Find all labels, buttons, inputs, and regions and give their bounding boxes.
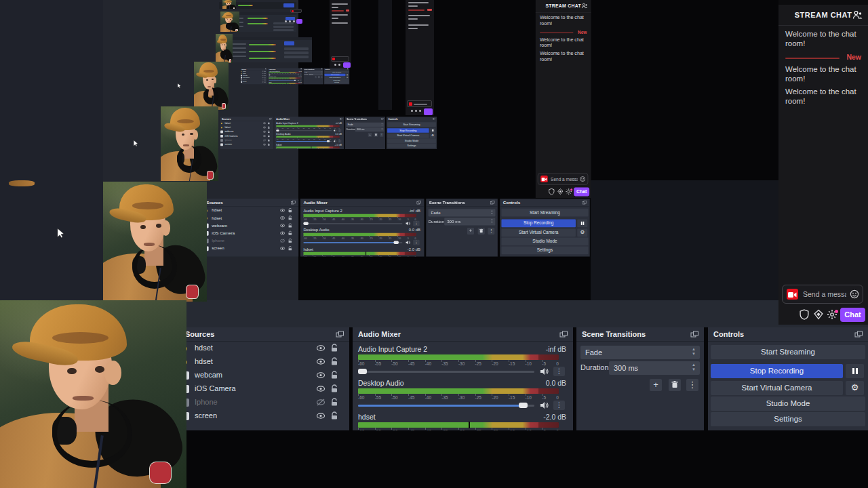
- smiley-icon[interactable]: [850, 289, 859, 299]
- duration-label: Duration: [304, 74, 309, 75]
- lock-icon[interactable]: [330, 344, 338, 352]
- controls-header: Controls: [324, 68, 349, 70]
- source-name: iOS Camera: [212, 230, 235, 235]
- add-transition-button[interactable]: +: [650, 379, 662, 391]
- source-row[interactable]: hdset: [180, 342, 349, 355]
- people-icon[interactable]: [852, 10, 863, 20]
- chat-send-button[interactable]: Chat: [840, 308, 865, 322]
- source-row[interactable]: iOS Camera: [180, 382, 349, 396]
- chat-message: Welcome to the chat room!: [785, 65, 857, 83]
- speaker-icon[interactable]: [540, 401, 549, 409]
- lock-icon: [288, 239, 292, 243]
- channel-level: -2.0 dB: [543, 413, 566, 421]
- bits-icon[interactable]: [813, 309, 824, 320]
- controls-title: Controls: [388, 117, 397, 120]
- chat-message-input[interactable]: [802, 288, 848, 300]
- add-transition-button: +: [315, 76, 317, 78]
- source-row-hidden: Iphone: [203, 237, 298, 245]
- chat-input-box[interactable]: [782, 285, 863, 304]
- eye-icon[interactable]: [316, 357, 326, 366]
- remove-transition-button[interactable]: [669, 379, 681, 391]
- camera-icon: [540, 176, 548, 182]
- start-virtual-camera-button[interactable]: Start Virtual Camera: [711, 381, 843, 395]
- transition-select[interactable]: Fade ▲▼: [580, 346, 700, 359]
- source-row[interactable]: webcam: [180, 369, 349, 382]
- people-icon: [581, 3, 587, 9]
- source-name: hdset: [243, 73, 245, 74]
- camera-icon[interactable]: [787, 289, 798, 300]
- trash-icon: [479, 229, 484, 233]
- eye-icon: [280, 230, 285, 235]
- virtual-camera-settings-button[interactable]: ⚙: [846, 381, 864, 395]
- popout-icon: [321, 68, 323, 70]
- audio-mixer-header: Audio Mixer: [353, 327, 573, 342]
- person-eye: [206, 79, 208, 81]
- lock-icon[interactable]: [330, 384, 338, 393]
- pause-recording-button[interactable]: [846, 364, 864, 378]
- speaker-icon: [406, 240, 411, 245]
- chevron-updown-icon: ▲▼: [691, 363, 696, 372]
- source-type-icon: [220, 135, 223, 138]
- channel-name: hdset: [276, 144, 281, 146]
- popout-icon[interactable]: [690, 331, 699, 338]
- person-mouth: [144, 243, 155, 245]
- lock-icon[interactable]: [330, 411, 338, 420]
- eye-icon[interactable]: [316, 344, 326, 352]
- source-row[interactable]: hdset: [180, 355, 349, 369]
- meter-scale: -60-55-50-45-40-35-30-25-20-15-10-50: [276, 148, 339, 149]
- settings-button[interactable]: Settings: [711, 412, 865, 426]
- source-row: hdset: [203, 214, 298, 222]
- source-name: hdset: [224, 122, 230, 125]
- eye-icon[interactable]: [316, 371, 326, 380]
- start-streaming-button[interactable]: Start Streaming: [711, 345, 865, 359]
- source-row-hidden[interactable]: Iphone: [180, 396, 349, 409]
- chat-message: Welcome to the chat room!: [540, 15, 585, 26]
- popout-icon[interactable]: [559, 331, 568, 338]
- eye-icon[interactable]: [316, 384, 326, 393]
- mixer-channel: Audio Input Capture 2 -inf dB -60-55-50-…: [358, 345, 568, 378]
- lock-icon[interactable]: [330, 357, 338, 366]
- recursive-webcam-l5: [220, 12, 239, 32]
- mixer-channel: Audio Input Capture 2 -inf dB -60-55-50-…: [276, 122, 342, 132]
- transition-properties-button[interactable]: ⋮: [686, 379, 698, 391]
- eye-slash-icon[interactable]: [316, 398, 326, 407]
- stop-recording-button[interactable]: Stop Recording: [711, 364, 843, 378]
- studio-mode-button[interactable]: Studio Mode: [711, 396, 865, 411]
- trash-icon: [671, 381, 678, 388]
- duration-spinner[interactable]: 300 ms ▲▼: [609, 361, 700, 375]
- kebab-menu-icon[interactable]: ⋮: [553, 367, 565, 376]
- eye-icon[interactable]: [316, 411, 326, 420]
- slider-track[interactable]: [358, 371, 534, 373]
- volume-slider[interactable]: ⋮: [358, 401, 568, 409]
- shield-icon[interactable]: [799, 309, 810, 320]
- slider-handle[interactable]: [358, 369, 367, 374]
- controls-panel: Controls Start Streaming Stop Recording …: [387, 117, 437, 149]
- volume-slider[interactable]: ⋮: [358, 367, 568, 375]
- source-name: iOS Camera: [195, 384, 236, 392]
- lock-icon[interactable]: [330, 398, 338, 407]
- cap-shadow: [220, 39, 226, 41]
- chat-settings-gear-icon[interactable]: [827, 310, 837, 322]
- lock-icon: [288, 216, 292, 220]
- kebab-menu-icon[interactable]: ⋮: [553, 401, 565, 410]
- channel-name: Desktop Audio: [358, 379, 404, 387]
- source-type-icon: [241, 73, 242, 74]
- popout-icon: [340, 118, 342, 120]
- speaker-icon: [406, 221, 411, 226]
- gear-icon: ⚙: [580, 230, 585, 235]
- recursive-webcam-l1: [103, 182, 207, 302]
- source-row[interactable]: screen: [180, 409, 349, 423]
- speaker-icon[interactable]: [540, 367, 549, 375]
- slider-handle[interactable]: [519, 403, 528, 408]
- controls-title: Controls: [503, 200, 520, 205]
- person-mouth: [73, 396, 93, 401]
- chat-message: Welcome to the chat room!: [540, 51, 585, 62]
- eye-icon: [263, 122, 266, 125]
- volume-slider: ⋮: [276, 129, 342, 132]
- notification-dot: [835, 310, 838, 313]
- lock-icon[interactable]: [330, 371, 338, 380]
- popout-icon[interactable]: [854, 331, 863, 338]
- popout-icon[interactable]: [336, 331, 344, 338]
- obs-dock-strip: Sources hdset hdset webcam: [180, 327, 868, 430]
- audio-mixer-header: Audio Mixer: [275, 117, 344, 121]
